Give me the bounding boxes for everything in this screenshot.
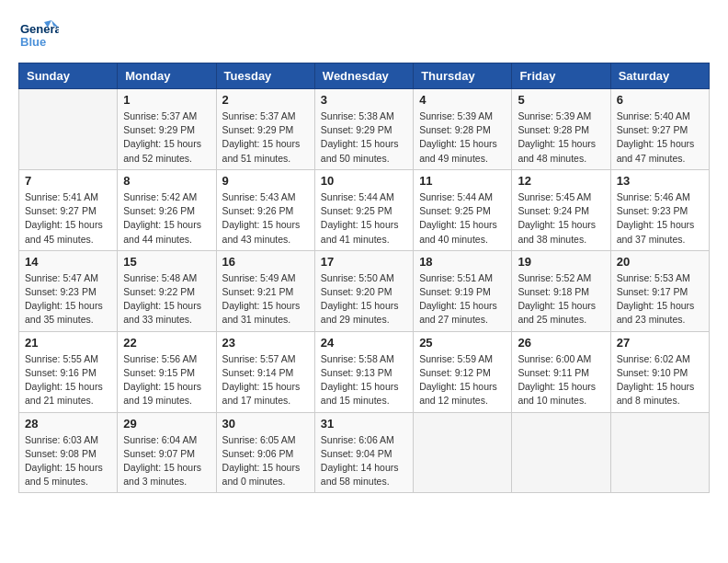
day-info: Sunrise: 5:46 AM Sunset: 9:23 PM Dayligh… bbox=[617, 190, 703, 247]
calendar-cell: 8Sunrise: 5:42 AM Sunset: 9:26 PM Daylig… bbox=[118, 169, 216, 250]
calendar-week-4: 21Sunrise: 5:55 AM Sunset: 9:16 PM Dayli… bbox=[19, 331, 710, 412]
calendar-week-5: 28Sunrise: 6:03 AM Sunset: 9:08 PM Dayli… bbox=[19, 412, 710, 493]
day-info: Sunrise: 5:38 AM Sunset: 9:29 PM Dayligh… bbox=[321, 109, 407, 166]
day-info: Sunrise: 5:49 AM Sunset: 9:21 PM Dayligh… bbox=[222, 271, 309, 327]
day-number: 25 bbox=[419, 336, 506, 350]
day-number: 22 bbox=[123, 336, 210, 350]
day-info: Sunrise: 5:37 AM Sunset: 9:29 PM Dayligh… bbox=[222, 109, 309, 166]
day-number: 6 bbox=[617, 93, 703, 107]
calendar-cell: 20Sunrise: 5:53 AM Sunset: 9:17 PM Dayli… bbox=[610, 250, 709, 331]
day-info: Sunrise: 5:53 AM Sunset: 9:17 PM Dayligh… bbox=[617, 271, 703, 327]
day-info: Sunrise: 5:47 AM Sunset: 9:23 PM Dayligh… bbox=[25, 271, 111, 327]
day-info: Sunrise: 5:42 AM Sunset: 9:26 PM Dayligh… bbox=[123, 190, 210, 247]
day-number: 15 bbox=[123, 255, 210, 269]
calendar-cell: 15Sunrise: 5:48 AM Sunset: 9:22 PM Dayli… bbox=[118, 250, 216, 331]
calendar-cell: 9Sunrise: 5:43 AM Sunset: 9:26 PM Daylig… bbox=[216, 169, 314, 250]
day-info: Sunrise: 5:50 AM Sunset: 9:20 PM Dayligh… bbox=[321, 271, 407, 327]
calendar-cell: 31Sunrise: 6:06 AM Sunset: 9:04 PM Dayli… bbox=[314, 412, 413, 493]
header-saturday: Saturday bbox=[610, 63, 709, 89]
day-number: 2 bbox=[222, 93, 309, 107]
day-number: 20 bbox=[617, 255, 703, 269]
calendar-cell bbox=[414, 412, 512, 493]
calendar-cell: 21Sunrise: 5:55 AM Sunset: 9:16 PM Dayli… bbox=[19, 331, 118, 412]
day-number: 26 bbox=[518, 336, 604, 350]
calendar-cell: 26Sunrise: 6:00 AM Sunset: 9:11 PM Dayli… bbox=[512, 331, 610, 412]
calendar-cell: 1Sunrise: 5:37 AM Sunset: 9:29 PM Daylig… bbox=[118, 89, 216, 170]
day-number: 3 bbox=[321, 93, 407, 107]
day-number: 30 bbox=[222, 417, 309, 431]
day-number: 24 bbox=[321, 336, 407, 350]
calendar-cell: 13Sunrise: 5:46 AM Sunset: 9:23 PM Dayli… bbox=[610, 169, 709, 250]
calendar-cell: 25Sunrise: 5:59 AM Sunset: 9:12 PM Dayli… bbox=[414, 331, 512, 412]
day-number: 23 bbox=[222, 336, 309, 350]
svg-text:Blue: Blue bbox=[20, 35, 46, 49]
day-info: Sunrise: 6:04 AM Sunset: 9:07 PM Dayligh… bbox=[123, 433, 210, 489]
calendar-cell: 22Sunrise: 5:56 AM Sunset: 9:15 PM Dayli… bbox=[118, 331, 216, 412]
calendar-week-2: 7Sunrise: 5:41 AM Sunset: 9:27 PM Daylig… bbox=[19, 169, 710, 250]
calendar-cell: 19Sunrise: 5:52 AM Sunset: 9:18 PM Dayli… bbox=[512, 250, 610, 331]
day-info: Sunrise: 5:56 AM Sunset: 9:15 PM Dayligh… bbox=[123, 352, 210, 408]
day-number: 11 bbox=[419, 174, 506, 188]
day-number: 5 bbox=[518, 93, 604, 107]
day-number: 29 bbox=[123, 417, 210, 431]
calendar-cell: 16Sunrise: 5:49 AM Sunset: 9:21 PM Dayli… bbox=[216, 250, 314, 331]
header-tuesday: Tuesday bbox=[216, 63, 314, 89]
calendar-week-1: 1Sunrise: 5:37 AM Sunset: 9:29 PM Daylig… bbox=[19, 89, 710, 170]
calendar-cell: 5Sunrise: 5:39 AM Sunset: 9:28 PM Daylig… bbox=[512, 89, 610, 170]
day-info: Sunrise: 5:58 AM Sunset: 9:13 PM Dayligh… bbox=[321, 352, 407, 408]
logo: General Blue bbox=[18, 18, 59, 53]
calendar-cell bbox=[610, 412, 709, 493]
calendar-cell: 30Sunrise: 6:05 AM Sunset: 9:06 PM Dayli… bbox=[216, 412, 314, 493]
calendar-cell bbox=[512, 412, 610, 493]
page-header: General Blue bbox=[18, 18, 710, 53]
day-info: Sunrise: 5:52 AM Sunset: 9:18 PM Dayligh… bbox=[518, 271, 604, 327]
header-monday: Monday bbox=[118, 63, 216, 89]
day-number: 12 bbox=[518, 174, 604, 188]
day-number: 7 bbox=[25, 174, 111, 188]
day-info: Sunrise: 5:59 AM Sunset: 9:12 PM Dayligh… bbox=[419, 352, 506, 408]
day-number: 13 bbox=[617, 174, 703, 188]
header-wednesday: Wednesday bbox=[314, 63, 413, 89]
day-info: Sunrise: 5:44 AM Sunset: 9:25 PM Dayligh… bbox=[321, 190, 407, 247]
calendar-cell: 11Sunrise: 5:44 AM Sunset: 9:25 PM Dayli… bbox=[414, 169, 512, 250]
day-number: 4 bbox=[419, 93, 506, 107]
day-number: 19 bbox=[518, 255, 604, 269]
calendar-cell: 3Sunrise: 5:38 AM Sunset: 9:29 PM Daylig… bbox=[314, 89, 413, 170]
calendar-cell: 24Sunrise: 5:58 AM Sunset: 9:13 PM Dayli… bbox=[314, 331, 413, 412]
calendar-cell: 14Sunrise: 5:47 AM Sunset: 9:23 PM Dayli… bbox=[19, 250, 118, 331]
calendar-cell: 4Sunrise: 5:39 AM Sunset: 9:28 PM Daylig… bbox=[414, 89, 512, 170]
calendar-cell bbox=[19, 89, 118, 170]
calendar-cell: 29Sunrise: 6:04 AM Sunset: 9:07 PM Dayli… bbox=[118, 412, 216, 493]
day-info: Sunrise: 5:51 AM Sunset: 9:19 PM Dayligh… bbox=[419, 271, 506, 327]
calendar-cell: 28Sunrise: 6:03 AM Sunset: 9:08 PM Dayli… bbox=[19, 412, 118, 493]
calendar-cell: 23Sunrise: 5:57 AM Sunset: 9:14 PM Dayli… bbox=[216, 331, 314, 412]
day-info: Sunrise: 5:44 AM Sunset: 9:25 PM Dayligh… bbox=[419, 190, 506, 247]
day-info: Sunrise: 5:48 AM Sunset: 9:22 PM Dayligh… bbox=[123, 271, 210, 327]
calendar-week-3: 14Sunrise: 5:47 AM Sunset: 9:23 PM Dayli… bbox=[19, 250, 710, 331]
calendar-table: SundayMondayTuesdayWednesdayThursdayFrid… bbox=[18, 63, 710, 493]
calendar-header-row: SundayMondayTuesdayWednesdayThursdayFrid… bbox=[19, 63, 710, 89]
calendar-cell: 10Sunrise: 5:44 AM Sunset: 9:25 PM Dayli… bbox=[314, 169, 413, 250]
day-info: Sunrise: 5:57 AM Sunset: 9:14 PM Dayligh… bbox=[222, 352, 309, 408]
day-info: Sunrise: 5:43 AM Sunset: 9:26 PM Dayligh… bbox=[222, 190, 309, 247]
day-number: 28 bbox=[25, 417, 111, 431]
header-sunday: Sunday bbox=[19, 63, 118, 89]
calendar-cell: 7Sunrise: 5:41 AM Sunset: 9:27 PM Daylig… bbox=[19, 169, 118, 250]
day-info: Sunrise: 5:39 AM Sunset: 9:28 PM Dayligh… bbox=[518, 109, 604, 166]
day-number: 18 bbox=[419, 255, 506, 269]
day-number: 1 bbox=[123, 93, 210, 107]
day-info: Sunrise: 5:55 AM Sunset: 9:16 PM Dayligh… bbox=[25, 352, 111, 408]
day-info: Sunrise: 5:41 AM Sunset: 9:27 PM Dayligh… bbox=[25, 190, 111, 247]
day-number: 10 bbox=[321, 174, 407, 188]
day-info: Sunrise: 6:00 AM Sunset: 9:11 PM Dayligh… bbox=[518, 352, 604, 408]
day-info: Sunrise: 5:40 AM Sunset: 9:27 PM Dayligh… bbox=[617, 109, 703, 166]
day-info: Sunrise: 6:03 AM Sunset: 9:08 PM Dayligh… bbox=[25, 433, 111, 489]
day-number: 17 bbox=[321, 255, 407, 269]
header-friday: Friday bbox=[512, 63, 610, 89]
calendar-cell: 17Sunrise: 5:50 AM Sunset: 9:20 PM Dayli… bbox=[314, 250, 413, 331]
day-info: Sunrise: 6:02 AM Sunset: 9:10 PM Dayligh… bbox=[617, 352, 703, 408]
day-info: Sunrise: 5:39 AM Sunset: 9:28 PM Dayligh… bbox=[419, 109, 506, 166]
day-number: 9 bbox=[222, 174, 309, 188]
day-number: 27 bbox=[617, 336, 703, 350]
day-number: 16 bbox=[222, 255, 309, 269]
